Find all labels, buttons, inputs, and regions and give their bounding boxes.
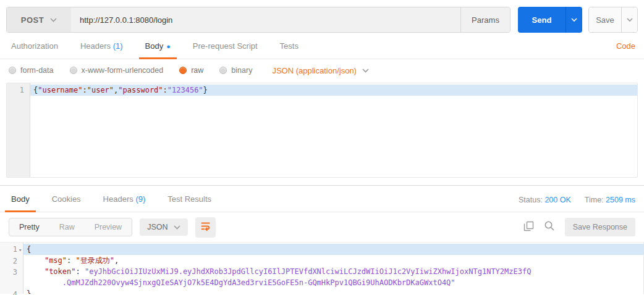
response-code-line: } [23,288,643,294]
response-code-line: { [23,244,643,255]
line-number: 4 [0,289,23,295]
token: } [203,86,208,94]
radio-icon [70,67,77,74]
radio-x-www-form-urlencoded[interactable]: x-www-form-urlencoded [70,66,164,75]
response-status-time: Status: 200 OK Time: 2509 ms [519,196,635,212]
request-bar: POST Params Send Save [0,0,644,33]
time-value: 2509 ms [606,196,635,204]
tab-cookies[interactable]: Cookies [49,194,83,212]
response-code-area: { "msg": "登录成功", "token": "eyJhbGciOiJIU… [23,243,643,294]
token: "eyJhbGciOiJIUzUxMiJ9.eyJhdXRob3JpdGllcy… [85,267,531,276]
chevron-down-icon [627,18,633,22]
response-code-line: "token": "eyJhbGciOiJIUzUxMiJ9.eyJhdXRob… [23,266,643,277]
radio-binary[interactable]: binary [219,66,252,75]
status-label: Status: [519,196,543,204]
tab-label: Headers [103,194,133,204]
content-type-dropdown[interactable]: JSON (application/json) [272,66,369,75]
search-icon [544,220,555,234]
code-link[interactable]: Code [616,41,635,59]
preview-button[interactable]: Preview [85,218,132,236]
send-split-button: Send [518,7,582,33]
token: { [27,245,31,254]
token: } [27,289,31,294]
request-tabs: Authorization Headers (1) Body● Pre-requ… [0,33,644,59]
url-input[interactable] [71,15,460,25]
request-code-line: {"username":"user","password":"123456"} [30,85,637,96]
method-dropdown[interactable]: POST [7,7,71,32]
radio-selected-icon [179,67,187,74]
params-button[interactable]: Params [460,7,510,32]
tab-headers[interactable]: Headers (1) [78,41,125,59]
tab-response-headers[interactable]: Headers (9) [101,194,148,212]
status-value: 200 OK [544,196,570,204]
save-button[interactable]: Save [589,7,621,32]
radio-icon [9,67,16,74]
token: : [75,267,84,276]
tab-label: Pre-request Script [193,41,258,51]
copy-icon [523,221,534,234]
token: "username" [38,86,82,94]
radio-label: raw [191,66,203,75]
line-number-text: 1 [13,245,17,254]
indent [27,256,44,265]
token: "msg" [44,256,67,265]
request-body-editor[interactable]: 1 {"username":"user","password":"123456"… [6,83,638,178]
content-type-label: JSON (application/json) [272,66,357,75]
tab-label: Test Results [167,194,211,204]
raw-label: Raw [59,223,75,231]
body-modified-dot: ● [166,43,171,50]
send-label: Send [532,15,552,25]
response-body-editor[interactable]: 1▾ 2 3 4 { "msg": "登录成功", "token": "eyJh… [0,242,644,294]
line-number: 1▾ [0,244,23,256]
wrap-text-icon [200,221,211,234]
request-code-area: {"username":"user","password":"123456"} [30,83,637,177]
indent [27,278,62,287]
chevron-down-icon [571,18,577,22]
token: : [82,86,87,94]
time-field: Time: 2509 ms [585,196,635,204]
tab-body[interactable]: Body● [143,41,173,59]
response-tabs: Body Cookies Headers (9) Test Results St… [0,186,644,212]
tab-label: Body [145,41,164,51]
save-options-caret[interactable] [621,7,637,32]
save-response-label: Save Response [573,223,627,231]
raw-button[interactable]: Raw [49,218,85,236]
token: "123456" [167,86,203,94]
save-label: Save [596,15,614,25]
method-label: POST [21,15,44,25]
response-section: Body Cookies Headers (9) Test Results St… [0,185,644,294]
code-link-label: Code [616,41,635,51]
headers-count-badge: (9) [135,194,145,204]
fold-arrow-icon[interactable]: ▾ [18,244,24,256]
wrap-text-button[interactable] [195,217,216,238]
radio-form-data[interactable]: form-data [9,66,54,75]
copy-button[interactable] [523,221,534,234]
method-url-group: POST Params [6,7,511,33]
chevron-down-icon [174,225,180,230]
pretty-button[interactable]: Pretty [9,218,49,236]
radio-raw[interactable]: raw [179,66,203,75]
send-options-caret[interactable] [566,7,582,33]
token: "token" [44,267,76,276]
tab-label: Headers [80,41,111,51]
response-code-line: "msg": "登录成功", [23,255,643,266]
format-dropdown[interactable]: JSON [140,218,188,236]
line-number: 2 [0,256,23,267]
radio-label: binary [231,66,252,75]
token: "user" [87,86,114,94]
tab-prerequest-script[interactable]: Pre-request Script [190,41,260,59]
line-number-gutter: 1 [7,83,30,177]
url-field-wrap [71,7,460,32]
tab-authorization[interactable]: Authorization [9,41,61,59]
tab-response-body[interactable]: Body [9,194,32,212]
search-button[interactable] [544,220,555,234]
chevron-down-icon [50,18,57,22]
line-number-gutter: 1▾ 2 3 4 [0,243,23,294]
send-button[interactable]: Send [518,7,566,33]
token: : [67,256,75,265]
save-split-button: Save [588,7,638,33]
indent [27,267,44,276]
tab-test-results[interactable]: Test Results [165,194,214,212]
tab-tests[interactable]: Tests [278,41,301,59]
save-response-button[interactable]: Save Response [565,218,635,236]
